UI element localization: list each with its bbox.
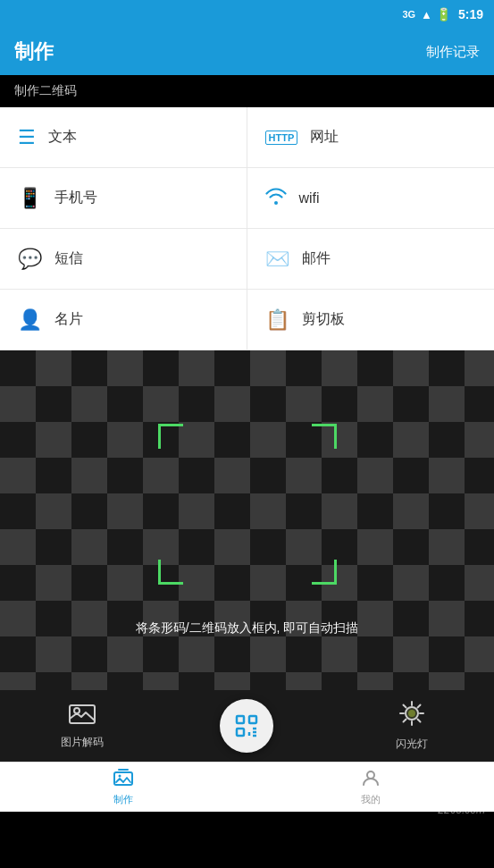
grid-item-phone[interactable]: 📱 手机号 xyxy=(0,168,247,229)
svg-point-21 xyxy=(119,774,121,777)
grid-menu: ☰ 文本 HTTP 网址 📱 手机号 wifi 💬 短信 ✉️ 邮件 👤 名 xyxy=(0,107,494,350)
svg-rect-2 xyxy=(237,716,244,723)
signal-text: 3G xyxy=(402,9,415,20)
grid-item-clipboard[interactable]: 📋 剪切板 xyxy=(247,290,495,350)
watermark: 2265.com xyxy=(438,804,485,816)
svg-line-16 xyxy=(417,719,420,721)
bottom-nav: 制作 我的 xyxy=(0,762,494,812)
grid-item-sms[interactable]: 💬 短信 xyxy=(0,229,247,290)
section-header: 制作二维码 xyxy=(0,75,494,107)
decode-button[interactable]: 图片解码 xyxy=(1,703,163,750)
watermark-text: 2265.com xyxy=(438,804,485,816)
phone-icon: 📱 xyxy=(18,187,42,210)
grid-label-text: 文本 xyxy=(48,128,77,147)
flash-label: 闪光灯 xyxy=(396,737,428,752)
grid-label-url: 网址 xyxy=(310,128,339,147)
grid-item-text[interactable]: ☰ 文本 xyxy=(0,107,247,168)
nav-label-make: 制作 xyxy=(113,793,133,806)
scan-fab-container xyxy=(165,699,328,753)
svg-line-18 xyxy=(403,719,406,721)
grid-label-email: 邮件 xyxy=(302,249,331,268)
email-icon: ✉️ xyxy=(265,248,289,271)
page-title: 制作 xyxy=(14,38,54,65)
bottom-toolbar: 图片解码 xyxy=(0,690,494,762)
svg-rect-3 xyxy=(249,716,256,723)
http-icon: HTTP xyxy=(265,131,298,145)
make-icon xyxy=(113,769,133,791)
top-bar: 制作 制作记录 xyxy=(0,29,494,75)
flash-button[interactable]: 闪光灯 xyxy=(331,701,493,752)
battery-icon: 🔋 xyxy=(436,7,451,21)
svg-rect-4 xyxy=(237,729,244,736)
contact-icon: 👤 xyxy=(18,308,42,332)
decode-label: 图片解码 xyxy=(61,735,104,750)
status-bar: 3G ▲ 🔋 5:19 xyxy=(0,0,494,29)
history-button[interactable]: 制作记录 xyxy=(426,44,480,61)
corner-tl xyxy=(158,424,183,449)
corner-tr xyxy=(312,424,337,449)
svg-rect-20 xyxy=(114,772,132,785)
mine-icon xyxy=(362,769,380,791)
section-label: 制作二维码 xyxy=(14,83,77,99)
grid-item-email[interactable]: ✉️ 邮件 xyxy=(247,229,495,290)
svg-point-19 xyxy=(408,710,415,717)
corner-bl xyxy=(158,560,183,585)
grid-label-phone: 手机号 xyxy=(54,189,97,207)
grid-item-contact[interactable]: 👤 名片 xyxy=(0,290,247,350)
svg-line-17 xyxy=(417,704,420,707)
status-icons: 3G ▲ 🔋 5:19 xyxy=(402,7,483,21)
grid-label-clipboard: 剪切板 xyxy=(302,310,345,329)
grid-item-wifi[interactable]: wifi xyxy=(247,168,495,229)
scan-hint: 将条形码/二维码放入框内, 即可自动扫描 xyxy=(0,620,494,636)
grid-label-wifi: wifi xyxy=(299,190,320,206)
text-icon: ☰ xyxy=(18,126,36,149)
camera-area: 将条形码/二维码放入框内, 即可自动扫描 xyxy=(0,350,494,690)
svg-rect-0 xyxy=(70,705,95,723)
time-display: 5:19 xyxy=(458,7,483,21)
corner-br xyxy=(312,560,337,585)
grid-item-url[interactable]: HTTP 网址 xyxy=(247,107,495,168)
grid-label-contact: 名片 xyxy=(54,310,83,329)
signal-icon: ▲ xyxy=(421,8,432,21)
scan-frame xyxy=(158,424,337,585)
image-icon xyxy=(69,703,96,731)
sms-icon: 💬 xyxy=(18,248,42,271)
wifi-icon xyxy=(265,186,287,211)
flash-icon xyxy=(399,701,424,733)
nav-item-make[interactable]: 制作 xyxy=(0,769,247,806)
grid-label-sms: 短信 xyxy=(54,249,83,268)
clipboard-icon: 📋 xyxy=(265,308,289,332)
scan-fab-button[interactable] xyxy=(220,699,273,753)
svg-point-22 xyxy=(367,771,374,779)
svg-line-15 xyxy=(403,704,406,707)
nav-label-mine: 我的 xyxy=(361,793,381,806)
nav-item-mine[interactable]: 我的 xyxy=(247,769,495,806)
